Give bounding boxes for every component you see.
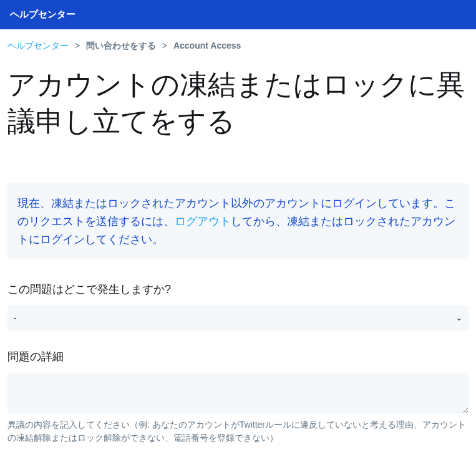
header-bar: ヘルプセンター [0, 0, 476, 29]
form-group-details: 問題の詳細 異議の内容を記入してください（例: あなたのアカウントがTwitte… [7, 349, 469, 445]
details-help-text: 異議の内容を記入してください（例: あなたのアカウントがTwitterルールに違… [7, 418, 469, 445]
breadcrumb-help-center[interactable]: ヘルプセンター [7, 41, 69, 50]
location-select[interactable]: - [7, 305, 469, 330]
breadcrumb-separator: > [162, 41, 167, 50]
form-group-location: この問題はどこで発生しますか? - ⌄ [7, 282, 469, 330]
login-notice: 現在、凍結またはロックされたアカウント以外のアカウントにログインしています。この… [7, 183, 469, 259]
main-content: アカウントの凍結またはロックに異議申し立てをする 現在、凍結またはロックされたア… [0, 60, 476, 452]
location-label: この問題はどこで発生しますか? [7, 282, 469, 297]
breadcrumb-separator: > [75, 41, 80, 50]
details-textarea[interactable] [7, 373, 469, 413]
location-select-wrapper: - ⌄ [7, 305, 469, 330]
page-title: アカウントの凍結またはロックに異議申し立てをする [7, 67, 469, 140]
details-label: 問題の詳細 [7, 349, 469, 364]
breadcrumb-contact: 問い合わせをする [86, 41, 156, 50]
logout-link[interactable]: ログアウト [175, 215, 231, 228]
breadcrumb-current: Account Access [173, 41, 241, 50]
breadcrumb: ヘルプセンター > 問い合わせをする > Account Access [0, 29, 476, 60]
header-title: ヘルプセンター [10, 9, 75, 19]
